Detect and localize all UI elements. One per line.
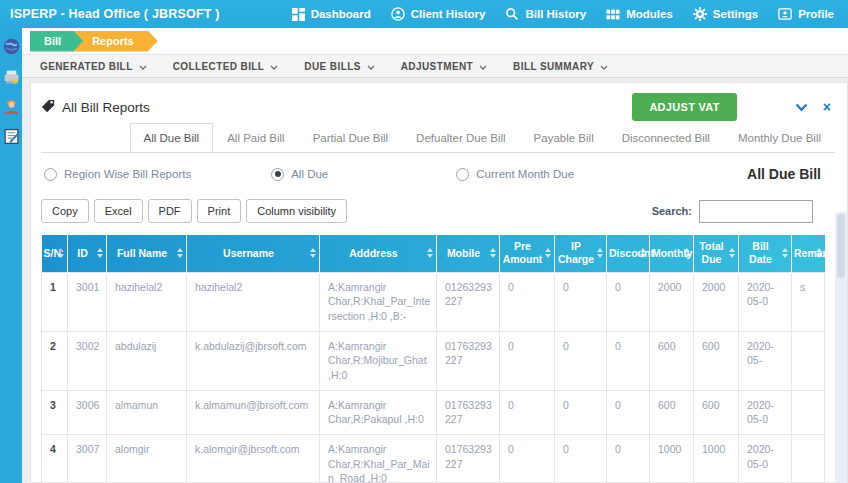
col-header-label: Discount [609, 247, 654, 259]
sort-arrows-icon [640, 248, 646, 258]
radio-region-wise-bill-reports[interactable]: Region Wise Bill Reports [44, 168, 191, 181]
radio-dot[interactable] [271, 168, 284, 181]
chevron-down-icon [367, 61, 375, 72]
col-header-bill-date[interactable]: Bill Date [739, 235, 792, 272]
top-bar: ISPERP - Head Office ( JBRSOFT ) Dashboa… [0, 0, 848, 28]
tab-disconnected-bill[interactable]: Disconnected Bill [608, 123, 724, 153]
person-icon [391, 7, 405, 21]
menu-bill-summary[interactable]: BILL SUMMARY [513, 61, 608, 72]
cell-pre-amount: 0 [500, 331, 555, 390]
breadcrumb-reports[interactable]: Reports [72, 31, 158, 52]
col-header-ip-charge[interactable]: IP Charge [555, 235, 607, 272]
radio-dot[interactable] [456, 168, 469, 181]
nav-item-client-history[interactable]: Client History [391, 7, 486, 21]
pdf-button[interactable]: PDF [148, 199, 192, 223]
table-row[interactable]: 13001hazihelal2hazihelal2A:Kamrangir Cha… [42, 272, 825, 331]
chevron-down-icon [270, 61, 278, 72]
search-wrap: Search: [652, 200, 835, 223]
nav-item-dashboard[interactable]: Dashboard [292, 7, 371, 21]
nav-item-label: Profile [798, 8, 834, 20]
adjust-vat-button[interactable]: ADJUST VAT [632, 93, 736, 121]
report-menu-bar: GENERATED BILLCOLLECTED BILLDUE BILLSADJ… [0, 54, 848, 78]
nav-item-bill-history[interactable]: Bill History [505, 7, 586, 21]
cell-discount: 0 [607, 272, 650, 331]
sort-arrows-icon [729, 248, 735, 258]
search-label: Search: [652, 205, 692, 217]
cell-ip-charge: 0 [555, 272, 607, 331]
col-header-label: Username [223, 247, 274, 259]
sort-arrows-icon [97, 248, 103, 258]
col-header-discount[interactable]: Discount [607, 235, 650, 272]
cell-monthly: 1000 [650, 435, 694, 483]
col-header-monthly[interactable]: Monthly [650, 235, 694, 272]
tab-all-paid-bill[interactable]: All Paid Bill [213, 123, 299, 153]
chevron-down-icon [139, 61, 147, 72]
column-visibility-button[interactable]: Column visibility [246, 199, 347, 223]
panel-tools: × [795, 100, 831, 114]
col-header-id[interactable]: ID [68, 235, 107, 272]
notepad-icon[interactable] [3, 128, 20, 145]
table-row[interactable]: 23002abdulazijk.abdulazij@jbrsoft.comA:K… [42, 331, 825, 390]
top-nav: DashboardClient HistoryBill HistoryModul… [292, 7, 834, 21]
col-header-label: IP Charge [558, 240, 594, 265]
col-header-mobile[interactable]: Mobile [437, 235, 500, 272]
menu-generated-bill[interactable]: GENERATED BILL [40, 61, 147, 72]
sort-arrows-icon [782, 248, 788, 258]
col-header-adddress[interactable]: Adddress [320, 235, 437, 272]
menu-item-label: DUE BILLS [304, 61, 360, 72]
cell-adddress: A:Kamrangir Char,R:Khal_Par_Intersection… [320, 272, 437, 331]
cell-adddress: A:Kamrangir Char,R:Khal_Par_Main_Road ,H… [320, 435, 437, 483]
col-header-username[interactable]: Username [187, 235, 320, 272]
cell-bill-date: 2020-05-0 [739, 435, 792, 483]
cell-full-name: alomgir [107, 435, 187, 483]
radio-all-due[interactable]: All Due [271, 168, 328, 181]
vertical-scrollbar-thumb[interactable] [837, 214, 845, 278]
cell-adddress: A:Kamrangir Char,R:Pakapul ,H:0 [320, 390, 437, 434]
search-input[interactable] [699, 200, 813, 223]
menu-item-label: GENERATED BILL [40, 61, 133, 72]
radio-current-month-due[interactable]: Current Month Due [456, 168, 574, 181]
tab-partial-due-bill[interactable]: Partial Due Bill [299, 123, 402, 153]
tab-monthly-due-bill[interactable]: Monthly Due Bill [724, 123, 835, 153]
copy-button[interactable]: Copy [41, 199, 89, 223]
menu-item-label: ADJUSTMENT [401, 61, 473, 72]
col-header-remarks[interactable]: Remarks [792, 235, 825, 272]
tab-payable-bill[interactable]: Payable Bill [520, 123, 608, 153]
table-row[interactable]: 43007alomgirk.alomgir@jbrsoft.comA:Kamra… [42, 435, 825, 483]
support-person-icon[interactable] [3, 98, 20, 115]
nav-item-modules[interactable]: Modules [606, 7, 673, 21]
tab-defualter-due-bill[interactable]: Defualter Due Bill [402, 123, 519, 153]
cell-discount: 0 [607, 331, 650, 390]
nav-item-settings[interactable]: Settings [693, 7, 758, 21]
col-header-pre-amount[interactable]: Pre Amount [500, 235, 555, 272]
cell-ip-charge: 0 [555, 390, 607, 434]
menu-collected-bill[interactable]: COLLECTED BILL [173, 61, 279, 72]
vertical-scrollbar[interactable] [835, 212, 847, 483]
col-header-s-n[interactable]: S/N [42, 235, 68, 272]
nav-item-label: Modules [626, 8, 673, 20]
nav-item-label: Bill History [525, 8, 586, 20]
all-due-bill-table: S/NIDFull NameUsernameAdddressMobilePre … [41, 235, 825, 483]
table-row[interactable]: 33006almamunk.almamun@jbrsoft.comA:Kamra… [42, 390, 825, 434]
col-header-label: Mobile [447, 247, 480, 259]
col-header-total-due[interactable]: Total Due [694, 235, 739, 272]
excel-button[interactable]: Excel [94, 199, 143, 223]
cell-username: k.almamun@jbrsoft.com [187, 390, 320, 434]
radio-dot[interactable] [44, 168, 57, 181]
print-button[interactable]: Print [197, 199, 242, 223]
globe-icon[interactable] [3, 38, 20, 55]
tab-all-due-bill[interactable]: All Due Bill [130, 123, 214, 153]
printer-icon[interactable] [3, 68, 20, 85]
menu-adjustment[interactable]: ADJUSTMENT [401, 61, 487, 72]
breadcrumb-bill[interactable]: Bill [30, 31, 83, 52]
table-title: All Due Bill [747, 166, 835, 182]
nav-item-profile[interactable]: Profile [778, 7, 834, 21]
cell-id: 3002 [68, 331, 107, 390]
collapse-chevron-down-icon[interactable] [795, 103, 808, 112]
col-header-full-name[interactable]: Full Name [107, 235, 187, 272]
menu-due-bills[interactable]: DUE BILLS [304, 61, 374, 72]
cell-total-due: 600 [694, 390, 739, 434]
close-icon[interactable]: × [823, 100, 831, 114]
breadcrumb: Bill Reports [0, 28, 848, 54]
cell-mobile: 01263293227 [437, 272, 500, 331]
